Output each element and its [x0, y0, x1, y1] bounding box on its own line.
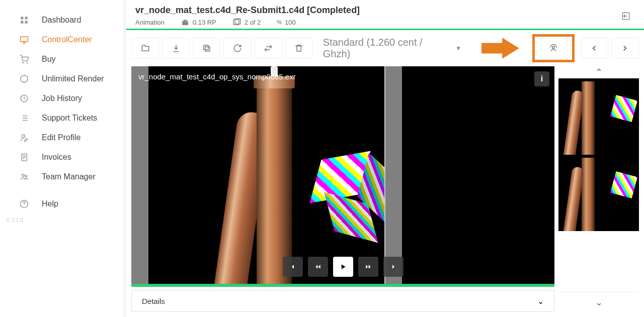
highlight-annotation — [532, 34, 575, 62]
refresh-button[interactable] — [223, 38, 251, 59]
nav-team-manager[interactable]: Team Manager — [0, 167, 123, 186]
nav-label: Unlimited Render — [42, 74, 104, 83]
job-percent: %100 — [277, 19, 295, 26]
job-title: vr_node_mat_test.c4d_Re-Submit1.c4d [Com… — [135, 5, 635, 16]
monitor-icon — [19, 35, 29, 45]
play-button[interactable] — [333, 257, 353, 277]
prev-job-button[interactable] — [581, 38, 608, 59]
version-text: V. 2.1.0 — [0, 214, 123, 227]
nav-buy[interactable]: Buy — [0, 49, 123, 69]
nav-label: Invoices — [42, 153, 71, 162]
document-icon — [19, 152, 29, 162]
job-type: Animation — [135, 19, 165, 26]
nav-label: Support Tickets — [42, 114, 97, 123]
svg-rect-3 — [25, 21, 28, 23]
support-agent-button[interactable] — [536, 38, 571, 59]
dashboard-icon — [19, 15, 29, 25]
svg-point-6 — [27, 62, 28, 63]
svg-rect-4 — [21, 37, 28, 42]
open-folder-button[interactable] — [131, 38, 159, 59]
nav-label: Team Manager — [42, 172, 96, 181]
user-edit-icon — [19, 133, 29, 143]
svg-rect-23 — [183, 20, 187, 22]
thumbnail[interactable]: vr_node_mat_test_c4d_op_... — [558, 78, 639, 155]
list-icon — [19, 113, 29, 123]
cost-tier-dropdown[interactable]: Standard (1.260 cent / Ghzh) ▼ — [316, 38, 468, 59]
svg-rect-0 — [21, 17, 23, 19]
job-header: vr_node_mat_test.c4d_Re-Submit1.c4d [Com… — [126, 0, 644, 27]
svg-rect-27 — [204, 45, 208, 50]
nav-label: Dashboard — [42, 16, 81, 25]
nav-dashboard[interactable]: Dashboard — [0, 10, 123, 30]
nav-edit-profile[interactable]: Edit Profile — [0, 128, 123, 147]
copy-button[interactable] — [193, 38, 220, 59]
arrow-annotation — [481, 38, 519, 59]
job-frames: 2 of 2 — [232, 18, 261, 27]
nav-unlimited-render[interactable]: Unlimited Render — [0, 69, 123, 88]
transfer-button[interactable] — [255, 38, 282, 59]
nav-support-tickets[interactable]: Support Tickets — [0, 108, 123, 128]
chevron-down-icon: ▼ — [455, 45, 461, 52]
svg-rect-2 — [21, 21, 23, 23]
svg-point-13 — [22, 135, 25, 138]
preview-filename: vr_node_mat_test_c4d_op_sys_nomp0685.exr — [138, 72, 296, 81]
svg-rect-22 — [182, 22, 188, 26]
details-toggle[interactable]: Details ⌄ — [131, 290, 554, 312]
svg-rect-1 — [25, 17, 28, 19]
frame-progress-bar — [131, 284, 554, 287]
svg-point-5 — [23, 62, 24, 63]
team-icon — [19, 172, 29, 182]
nav-label: Help — [42, 199, 58, 208]
nav-job-history[interactable]: Job History — [0, 88, 123, 108]
nav-label: ControlCenter — [42, 35, 92, 44]
svg-point-19 — [25, 175, 27, 177]
next-frame-button[interactable] — [383, 257, 404, 277]
rewind-button[interactable] — [308, 257, 328, 277]
nav-controlcenter[interactable]: ControlCenter — [0, 30, 123, 49]
thumbnail[interactable]: vr_node_mat_test_vr_op_... — [558, 155, 639, 231]
box-icon — [19, 74, 29, 84]
job-cost: 0.13 RP — [181, 18, 216, 27]
thumbs-collapse-down[interactable]: ⌄ — [558, 292, 639, 312]
download-button[interactable] — [162, 38, 190, 59]
nav-label: Buy — [42, 55, 56, 64]
fast-forward-button[interactable] — [358, 257, 378, 277]
logout-button[interactable] — [619, 9, 633, 23]
svg-rect-26 — [205, 47, 210, 51]
svg-point-28 — [552, 46, 555, 49]
cart-icon — [19, 54, 29, 64]
prev-frame-button[interactable] — [283, 257, 303, 277]
delete-button[interactable] — [285, 38, 313, 59]
info-button[interactable]: i — [534, 71, 549, 86]
help-icon — [19, 199, 29, 209]
nav-label: Edit Profile — [42, 133, 80, 142]
nav-label: Job History — [42, 94, 82, 103]
history-icon — [19, 93, 29, 103]
next-job-button[interactable] — [611, 38, 639, 59]
nav-invoices[interactable]: Invoices — [0, 147, 123, 167]
nav-help[interactable]: Help — [0, 194, 123, 214]
preview-viewport: vr_node_mat_test_c4d_op_sys_nomp0685.exr… — [131, 66, 554, 284]
svg-point-18 — [22, 174, 25, 176]
chevron-down-icon: ⌄ — [537, 296, 544, 306]
thumbs-collapse-up[interactable]: ⌃ — [558, 66, 639, 78]
